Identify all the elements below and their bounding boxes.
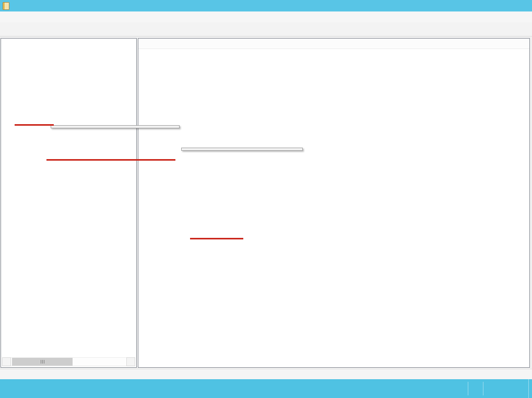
tree-horizontal-scrollbar[interactable] (2, 357, 135, 366)
system-tray (466, 379, 532, 398)
scrollbar-thumb[interactable] (12, 358, 73, 366)
create-submenu (181, 148, 303, 151)
scroll-left-button[interactable] (2, 357, 11, 366)
status-bar (0, 369, 532, 379)
tray-separator (483, 382, 483, 395)
title-bar (0, 0, 532, 11)
annotation-underline-user (190, 238, 243, 239)
object-list-panel (138, 38, 530, 368)
clock[interactable] (486, 385, 526, 393)
show-desktop-edge[interactable] (528, 379, 532, 398)
tray-separator (468, 382, 468, 395)
scroll-right-button[interactable] (126, 357, 135, 366)
mmc-app-icon (3, 2, 9, 10)
toolbar (0, 22, 532, 37)
screen: { "window": {"title": "Active Directory … (0, 0, 532, 398)
scrollbar-track[interactable] (11, 357, 126, 366)
context-menu (51, 125, 180, 128)
console-tree-panel (1, 38, 137, 368)
annotation-underline-users (15, 124, 54, 126)
list-header (138, 39, 529, 49)
menu-bar (0, 11, 532, 22)
taskbar (0, 379, 532, 398)
annotation-underline-create (46, 159, 175, 161)
